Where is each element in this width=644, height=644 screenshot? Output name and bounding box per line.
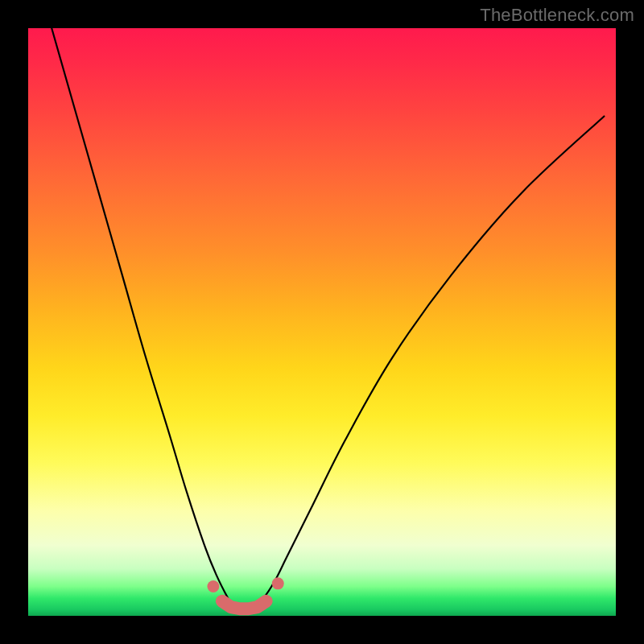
watermark-text: TheBottleneck.com	[480, 5, 634, 26]
chart-frame: TheBottleneck.com	[0, 0, 644, 644]
marker-dot-right	[272, 577, 284, 589]
marker-dot-left	[207, 580, 219, 592]
marker-track	[222, 601, 266, 609]
chart-svg	[28, 28, 616, 616]
bottleneck-curve	[52, 28, 604, 610]
plot-area	[28, 28, 616, 616]
